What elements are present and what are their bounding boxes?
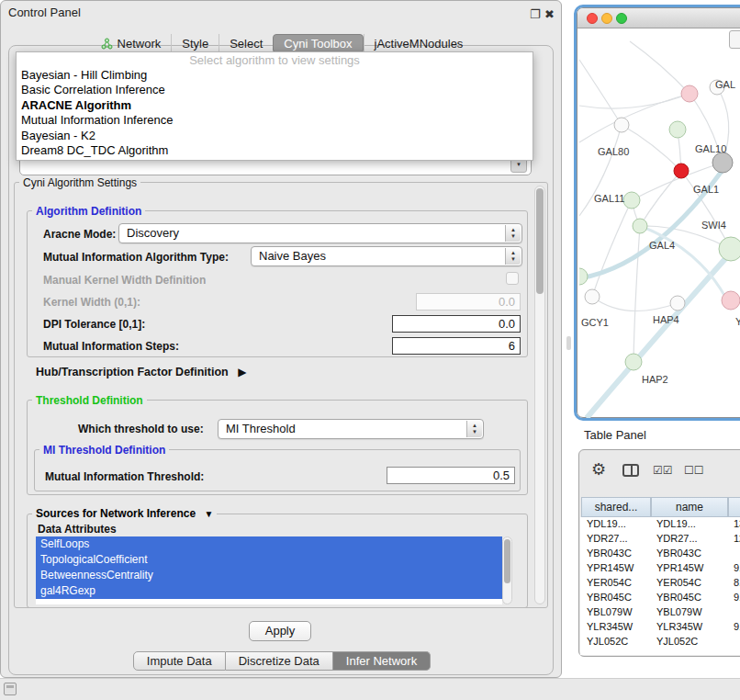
attribute-item[interactable]: SelfLoops bbox=[36, 536, 502, 552]
table-cell: YBR045C bbox=[656, 592, 701, 603]
mi-threshold-title: MI Threshold Definition bbox=[39, 444, 169, 457]
tab-jactivemnodules[interactable]: jActiveMNodules bbox=[364, 34, 474, 53]
collapsed-arrow-icon[interactable]: ▶ bbox=[238, 366, 246, 378]
tab-network[interactable]: Network bbox=[91, 34, 172, 53]
network-node[interactable] bbox=[614, 118, 629, 132]
minimize-traffic-light-icon[interactable] bbox=[601, 13, 612, 24]
panel-splitter-handle[interactable] bbox=[566, 336, 571, 350]
algorithm-definition-title: Algorithm Definition bbox=[32, 205, 145, 218]
algorithm-item[interactable]: Mutual Information Inference bbox=[17, 113, 533, 128]
table-row[interactable]: YER054CYER054C8. bbox=[580, 576, 740, 591]
table-cell: YPR145W bbox=[656, 562, 703, 573]
table-row[interactable]: YPR145WYPR145W9. bbox=[580, 561, 740, 576]
column-browser-icon[interactable] bbox=[622, 464, 639, 477]
network-node[interactable] bbox=[712, 152, 733, 173]
combo-arrow-glyph: ▲ bbox=[510, 250, 516, 256]
network-graph-canvas[interactable]: GALGAL80GAL10GAL11GAL1SWI4GAL4GCY1HAP4HA… bbox=[579, 32, 740, 418]
network-node[interactable] bbox=[722, 291, 740, 310]
table-cell: YBR045C bbox=[587, 592, 632, 603]
algorithm-item[interactable]: Basic Correlation Inference bbox=[17, 83, 533, 97]
table-cell: 8. bbox=[734, 577, 740, 588]
column-header-3[interactable] bbox=[728, 497, 740, 517]
gear-icon[interactable]: ⚙ bbox=[591, 459, 606, 480]
network-edge bbox=[633, 226, 640, 362]
network-node[interactable] bbox=[579, 268, 588, 285]
mi-threshold-label: Mutual Information Threshold: bbox=[45, 470, 204, 483]
bottom-tabs: Impute DataDiscretize DataInfer Network bbox=[1, 651, 563, 671]
column-header-2[interactable]: name bbox=[651, 497, 728, 517]
panel-dock-icon[interactable] bbox=[4, 683, 17, 695]
table-row[interactable]: YBL079WYBL079W bbox=[580, 605, 740, 620]
network-node[interactable] bbox=[625, 354, 642, 370]
algorithm-item[interactable]: ARACNE Algorithm bbox=[17, 98, 533, 113]
tab-style[interactable]: Style bbox=[171, 34, 219, 53]
mi-steps-input[interactable] bbox=[392, 337, 521, 355]
sources-title: Sources for Network Inference bbox=[36, 507, 196, 520]
network-node[interactable] bbox=[585, 289, 600, 304]
dpi-tolerance-input[interactable] bbox=[392, 315, 521, 333]
algorithm-item[interactable]: Bayesian - K2 bbox=[17, 129, 533, 143]
attribute-item[interactable]: gal4RGexp bbox=[36, 583, 502, 599]
settings-scrollbar[interactable] bbox=[534, 186, 545, 604]
network-node-label: GCY1 bbox=[581, 317, 609, 328]
mi-type-label: Mutual Information Algorithm Type: bbox=[43, 251, 229, 264]
tab-discretize-data[interactable]: Discretize Data bbox=[226, 651, 333, 671]
algorithm-item[interactable]: Bayesian - Hill Climbing bbox=[17, 68, 533, 83]
close-window-icon[interactable]: ✖ bbox=[544, 7, 555, 21]
settings-scrollbar-thumb[interactable] bbox=[536, 188, 544, 294]
cyni-settings-title: Cyni Algorithm Settings bbox=[19, 176, 140, 189]
table-row[interactable]: YDL19...YDL19...13 bbox=[580, 517, 740, 532]
network-window-titlebar[interactable] bbox=[577, 8, 740, 28]
attribute-item[interactable]: BetweennessCentrality bbox=[36, 568, 502, 583]
tab-select[interactable]: Select bbox=[219, 34, 273, 53]
zoom-traffic-light-icon[interactable] bbox=[616, 13, 627, 24]
apply-button[interactable]: Apply bbox=[249, 621, 311, 641]
table-cell: 9. bbox=[734, 592, 740, 603]
network-node[interactable] bbox=[670, 296, 685, 310]
table-cell: YJL052C bbox=[587, 636, 628, 647]
deselect-all-checkboxes-icon[interactable]: ☐☐ bbox=[684, 464, 704, 477]
mi-type-select[interactable]: Naive Bayes ▲▼ bbox=[251, 246, 522, 266]
close-traffic-light-icon[interactable] bbox=[587, 13, 598, 24]
network-node[interactable] bbox=[681, 85, 698, 102]
network-node[interactable] bbox=[674, 164, 689, 178]
select-all-checkboxes-icon[interactable]: ☑☑ bbox=[653, 464, 673, 477]
float-window-icon[interactable]: ❐ bbox=[530, 7, 541, 21]
tab-impute-data[interactable]: Impute Data bbox=[133, 651, 226, 671]
table-cell: 13 bbox=[734, 518, 740, 529]
network-node[interactable] bbox=[669, 121, 686, 138]
attributes-scrollbar-thumb[interactable] bbox=[504, 539, 510, 583]
which-threshold-select[interactable]: MI Threshold ▲▼ bbox=[218, 419, 484, 439]
expanded-arrow-icon[interactable]: ▼ bbox=[204, 509, 213, 519]
algorithm-item[interactable]: Dream8 DC_TDC Algorithm bbox=[17, 143, 533, 158]
tab-infer-network[interactable]: Infer Network bbox=[333, 651, 431, 671]
table-panel-title: Table Panel bbox=[584, 428, 646, 442]
manual-kernel-label: Manual Kernel Width Definition bbox=[43, 274, 206, 287]
network-node[interactable] bbox=[719, 237, 740, 261]
table-cell: YER054C bbox=[656, 577, 701, 588]
mi-threshold-input[interactable] bbox=[387, 467, 515, 484]
hub-definition-label: Hub/Transcription Factor Definition bbox=[36, 366, 229, 378]
table-cell: YBR043C bbox=[656, 548, 701, 559]
column-header-1[interactable]: shared... bbox=[581, 497, 651, 517]
tab-cyni-toolbox[interactable]: Cyni Toolbox bbox=[273, 34, 363, 53]
attributes-scrollbar[interactable] bbox=[502, 536, 512, 604]
table-row[interactable]: YBR043CYBR043C bbox=[580, 547, 740, 561]
network-edge bbox=[640, 171, 681, 226]
network-node[interactable] bbox=[633, 219, 647, 233]
network-node-label: GAL bbox=[715, 79, 735, 90]
combo-arrow-glyph: ▼ bbox=[510, 256, 516, 263]
table-row[interactable]: YDR27...YDR27...12 bbox=[580, 532, 740, 547]
attribute-item[interactable]: TopologicalCoefficient bbox=[36, 552, 502, 568]
network-node[interactable] bbox=[623, 192, 640, 209]
aracne-mode-select[interactable]: Discovery ▲▼ bbox=[118, 223, 522, 243]
tab-label: Select bbox=[230, 37, 263, 51]
combo-arrow-glyph: ▼ bbox=[510, 233, 516, 240]
table-cell: YDR27... bbox=[587, 533, 628, 544]
table-row[interactable]: YJL052CYJL052C bbox=[580, 635, 740, 649]
network-node-label: GAL4 bbox=[649, 240, 675, 251]
table-row[interactable]: YBR045CYBR045C9. bbox=[580, 591, 740, 605]
table-row[interactable]: YLR345WYLR345W9. bbox=[580, 620, 740, 635]
hub-definition-toggle[interactable]: Hub/Transcription Factor Definition ▶ bbox=[36, 366, 246, 378]
sources-title-row[interactable]: Sources for Network Inference ▼ bbox=[32, 507, 217, 520]
